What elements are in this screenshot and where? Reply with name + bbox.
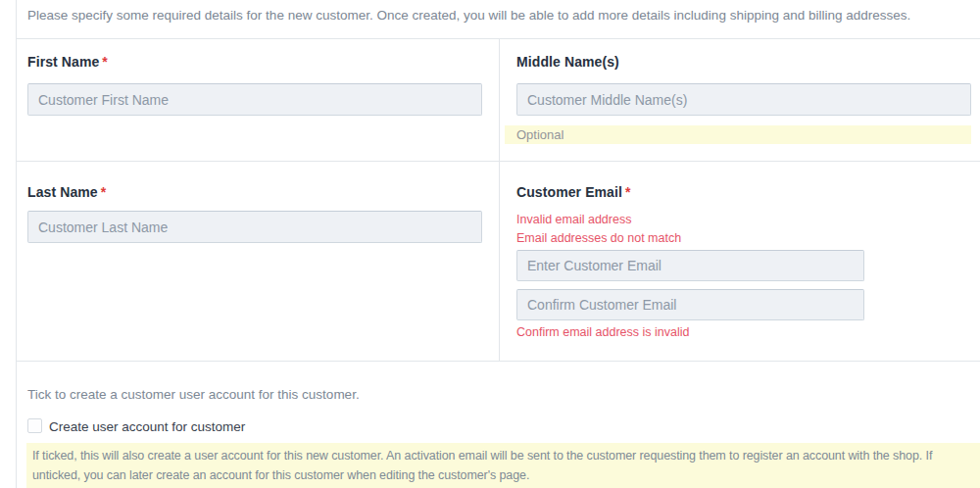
middle-name-optional-hint: Optional: [505, 125, 971, 144]
email-error-invalid: Invalid email address: [516, 213, 631, 226]
first-name-label-text: First Name: [27, 54, 99, 70]
first-name-input[interactable]: [27, 83, 482, 116]
customer-email-required-asterisk: *: [625, 184, 631, 200]
customer-email-input[interactable]: [516, 250, 864, 281]
middle-name-input[interactable]: [516, 83, 971, 116]
column-divider: [499, 38, 500, 361]
email-error-no-match: Email addresses do not match: [516, 231, 681, 245]
first-name-label: First Name*: [27, 54, 108, 70]
last-name-required-asterisk: *: [101, 184, 107, 200]
create-user-account-label[interactable]: Create user account for customer: [49, 419, 245, 434]
divider-under-intro: [16, 38, 980, 39]
middle-name-label: Middle Name(s): [516, 54, 619, 70]
create-user-account-checkbox[interactable]: [27, 418, 42, 433]
new-customer-form: Please specify some required details for…: [0, 0, 980, 488]
divider-grid-bottom: [16, 361, 980, 362]
confirm-email-error: Confirm email address is invalid: [516, 325, 689, 339]
customer-email-label-text: Customer Email: [516, 184, 622, 200]
last-name-label-text: Last Name: [27, 184, 98, 200]
last-name-label: Last Name*: [27, 184, 106, 200]
confirm-email-input[interactable]: [516, 289, 864, 320]
intro-text: Please specify some required details for…: [27, 7, 970, 24]
account-instruction-text: Tick to create a customer user account f…: [27, 387, 360, 402]
account-note: If ticked, this will also create a user …: [26, 443, 980, 488]
first-name-required-asterisk: *: [102, 54, 108, 70]
last-name-input[interactable]: [27, 211, 482, 243]
middle-name-label-text: Middle Name(s): [516, 54, 619, 70]
divider-row-1-2: [16, 161, 980, 162]
customer-email-label: Customer Email*: [516, 184, 631, 200]
panel-left-border: [16, 0, 17, 488]
